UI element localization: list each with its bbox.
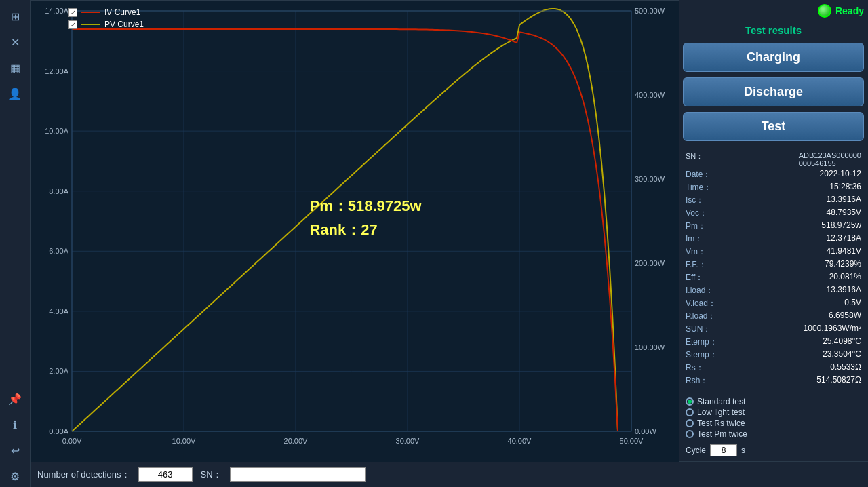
chart-legend: IV Curve1 PV Curve1 bbox=[68, 7, 144, 29]
pm-value: 518.9725w bbox=[821, 220, 861, 232]
date-value: 2022-10-12 bbox=[820, 169, 861, 180]
im-value: 12.3718A bbox=[827, 233, 861, 245]
cycle-unit: s bbox=[741, 446, 745, 455]
content-row: IV Curve1 PV Curve1 Pm：518.9725w Rank：27… bbox=[31, 0, 868, 461]
discharge-button[interactable]: Discharge bbox=[683, 77, 864, 106]
sidebar-icon-chart[interactable]: ▦ bbox=[4, 57, 26, 79]
cycle-input[interactable] bbox=[710, 444, 737, 456]
rs-row: Rs： 0.5533Ω bbox=[683, 362, 864, 374]
radio-circle-rs-twice bbox=[686, 419, 694, 427]
chart-container: IV Curve1 PV Curve1 Pm：518.9725w Rank：27 bbox=[31, 0, 678, 461]
legend-checkbox-iv[interactable] bbox=[68, 8, 77, 17]
ff-value: 79.4239% bbox=[825, 259, 861, 271]
vm-value: 41.9481V bbox=[827, 246, 861, 258]
eff-label: Eff： bbox=[686, 272, 703, 284]
ff-label: F.F.： bbox=[686, 259, 707, 271]
rsh-row: Rsh： 514.50827Ω bbox=[683, 374, 864, 387]
etemp-label: Etemp： bbox=[686, 336, 717, 348]
legend-line-iv bbox=[81, 12, 100, 13]
radio-standard-test[interactable]: Standard test bbox=[686, 397, 861, 406]
rs-label: Rs： bbox=[686, 362, 704, 374]
time-label: Time： bbox=[686, 182, 711, 193]
radio-test-rs-twice[interactable]: Test Rs twice bbox=[686, 418, 861, 428]
right-panel: Ready Test results Charging Discharge Te… bbox=[678, 0, 868, 461]
date-label: Date： bbox=[686, 169, 711, 180]
isc-label: Isc： bbox=[686, 195, 704, 206]
test-button[interactable]: Test bbox=[683, 112, 864, 141]
ff-row: F.F.： 79.4239% bbox=[683, 258, 864, 271]
radio-label-standard: Standard test bbox=[697, 397, 745, 406]
vload-value: 0.5V bbox=[844, 298, 861, 309]
iload-value: 13.3916A bbox=[827, 285, 861, 296]
rsh-label: Rsh： bbox=[686, 375, 708, 387]
pm-row: Pm： 518.9725w bbox=[683, 220, 864, 233]
sidebar-icon-info[interactable]: ℹ bbox=[4, 414, 26, 435]
vload-label: V.load： bbox=[686, 298, 716, 309]
vm-row: Vm： 41.9481V bbox=[683, 246, 864, 258]
sidebar-icon-close[interactable]: ✕ bbox=[4, 31, 26, 53]
main-area: IV Curve1 PV Curve1 Pm：518.9725w Rank：27… bbox=[31, 0, 868, 487]
radio-label-pm-twice: Test Pm twice bbox=[697, 429, 747, 439]
pload-row: P.load： 6.6958W bbox=[683, 310, 864, 323]
sn-bottom-label: SN： bbox=[201, 469, 222, 481]
rs-value: 0.5533Ω bbox=[830, 362, 861, 374]
voc-label: Voc： bbox=[686, 208, 707, 219]
legend-label-iv: IV Curve1 bbox=[104, 7, 140, 17]
sidebar-icon-settings[interactable]: ⚙ bbox=[4, 465, 26, 487]
radio-circle-pm-twice bbox=[686, 430, 694, 438]
status-label: Ready bbox=[835, 5, 864, 16]
data-table: SN： ADB123AS000000000546155 Date： 2022-1… bbox=[683, 151, 864, 387]
vm-label: Vm： bbox=[686, 246, 706, 258]
voc-value: 48.7935V bbox=[827, 208, 861, 219]
status-row: Ready bbox=[683, 4, 864, 18]
radio-low-light[interactable]: Low light test bbox=[686, 408, 861, 417]
iload-label: I.load： bbox=[686, 285, 713, 296]
stemp-value: 23.3504°C bbox=[823, 349, 861, 361]
etemp-row: Etemp： 25.4098°C bbox=[683, 336, 864, 349]
time-value: 15:28:36 bbox=[829, 182, 861, 193]
pm-label: Pm： bbox=[686, 220, 706, 232]
eff-row: Eff： 20.081% bbox=[683, 271, 864, 284]
sn-bottom-input[interactable] bbox=[230, 467, 366, 482]
stemp-row: Stemp： 23.3504°C bbox=[683, 349, 864, 362]
rsh-value: 514.50827Ω bbox=[816, 375, 861, 387]
legend-label-pv: PV Curve1 bbox=[104, 20, 144, 29]
test-results-title: Test results bbox=[683, 22, 864, 39]
radio-circle-low-light bbox=[686, 408, 694, 416]
legend-item-pv: PV Curve1 bbox=[68, 20, 144, 29]
sidebar-icon-grid[interactable]: ⊞ bbox=[4, 5, 26, 27]
sidebar-icon-users[interactable]: 👤 bbox=[4, 83, 26, 104]
isc-row: Isc： 13.3916A bbox=[683, 194, 864, 207]
radio-test-pm-twice[interactable]: Test Pm twice bbox=[686, 429, 861, 439]
radio-label-rs-twice: Test Rs twice bbox=[697, 418, 745, 428]
vload-row: V.load： 0.5V bbox=[683, 297, 864, 310]
bottom-bar: Number of detections： SN： bbox=[31, 461, 868, 487]
status-dot bbox=[818, 4, 831, 18]
pload-value: 6.6958W bbox=[829, 311, 861, 322]
im-row: Im： 12.3718A bbox=[683, 233, 864, 246]
voc-row: Voc： 48.7935V bbox=[683, 207, 864, 220]
detections-label: Number of detections： bbox=[37, 469, 130, 481]
legend-line-pv bbox=[81, 24, 100, 25]
legend-checkbox-pv[interactable] bbox=[68, 20, 77, 29]
radio-label-low-light: Low light test bbox=[697, 408, 745, 417]
im-label: Im： bbox=[686, 233, 703, 245]
charging-button[interactable]: Charging bbox=[683, 43, 864, 72]
sn-label: SN： bbox=[686, 151, 703, 168]
sun-value: 1000.1963W/m² bbox=[804, 324, 861, 335]
isc-value: 13.3916A bbox=[827, 195, 861, 206]
sidebar-icon-back[interactable]: ↩ bbox=[4, 440, 26, 461]
legend-item-iv: IV Curve1 bbox=[68, 7, 144, 17]
cycle-row: Cycle s bbox=[683, 443, 864, 458]
iload-row: I.load： 13.3916A bbox=[683, 284, 864, 297]
date-row: Date： 2022-10-12 bbox=[683, 168, 864, 181]
stemp-label: Stemp： bbox=[686, 349, 717, 361]
time-row: Time： 15:28:36 bbox=[683, 181, 864, 194]
cycle-label: Cycle bbox=[686, 446, 706, 455]
sn-value: ADB123AS000000000546155 bbox=[799, 151, 861, 168]
sidebar-icon-pin[interactable]: 📌 bbox=[4, 388, 26, 410]
detections-input[interactable] bbox=[138, 467, 193, 482]
radio-circle-standard bbox=[686, 397, 694, 406]
sidebar: ⊞ ✕ ▦ 👤 📌 ℹ ↩ ⚙ bbox=[0, 0, 31, 487]
sun-row: SUN： 1000.1963W/m² bbox=[683, 323, 864, 336]
